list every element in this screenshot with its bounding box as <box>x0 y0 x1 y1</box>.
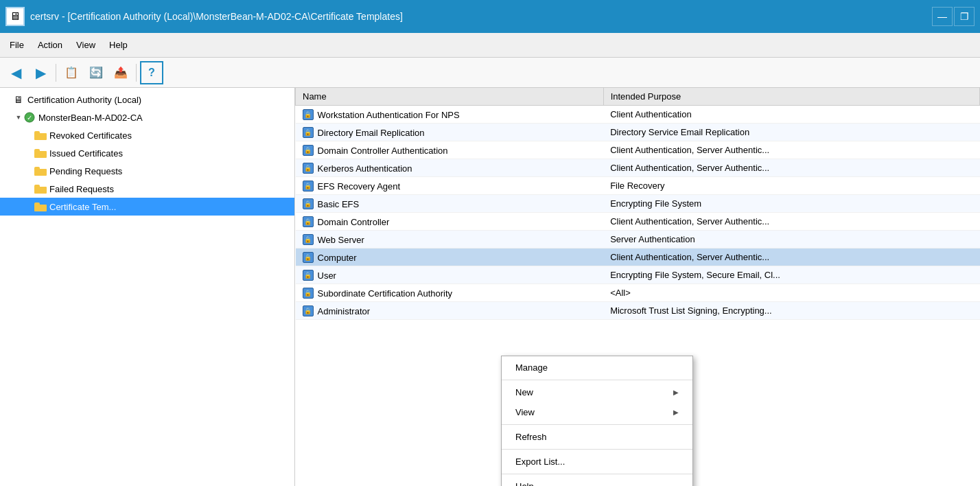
tree-item-cert-templates[interactable]: Certificate Tem... <box>0 198 294 216</box>
help-button[interactable]: ? <box>140 61 163 84</box>
menu-action[interactable]: Action <box>31 37 69 53</box>
cell-purpose: Client Authentication <box>603 106 979 124</box>
maximize-button[interactable]: ❐ <box>954 7 975 26</box>
cert-name-cell: 🔒Administrator <box>303 305 371 316</box>
tree-cert-templates-label: Certificate Tem... <box>49 202 116 212</box>
cell-purpose: Encrypting File System, Secure Email, Cl… <box>603 266 979 284</box>
cert-icon-img: 🔒 <box>303 145 314 156</box>
context-menu-sep-3 <box>502 449 692 450</box>
cert-icon-img: 🔒 <box>303 109 314 120</box>
cell-name: 🔒Subordinate Certification Authority <box>296 284 604 302</box>
cert-name-cell: 🔒Workstation Authentication For NPS <box>303 109 460 120</box>
tree-item-pending[interactable]: Pending Requests <box>0 162 294 180</box>
minimize-button[interactable]: — <box>932 7 953 26</box>
menu-bar: File Action View Help <box>0 33 980 58</box>
context-menu-export-label: Export List... <box>515 456 565 467</box>
context-menu-manage[interactable]: Manage <box>502 358 692 378</box>
toolbar-separator-2 <box>136 64 137 82</box>
tree-item-revoked[interactable]: Revoked Certificates <box>0 126 294 144</box>
cert-icon-img: 🔒 <box>303 181 314 192</box>
context-menu-export[interactable]: Export List... <box>502 452 692 472</box>
cell-purpose: Server Authentication <box>603 231 979 248</box>
main-area: 🖥 Certification Authority (Local) ▼ ✓ Mo… <box>0 88 980 486</box>
cell-name: 🔒Domain Controller <box>296 213 604 231</box>
context-menu-help[interactable]: Help <box>502 476 692 486</box>
context-menu: Manage New ▶ View ▶ Refresh Export List.… <box>501 356 693 486</box>
menu-view[interactable]: View <box>69 37 102 53</box>
computer-icon: 🖥 <box>12 93 25 106</box>
context-menu-new[interactable]: New ▶ <box>502 382 692 402</box>
forward-button[interactable]: ▶ <box>29 61 52 84</box>
table-row[interactable]: 🔒Directory Email ReplicationDirectory Se… <box>296 124 980 141</box>
table-row[interactable]: 🔒Domain ControllerClient Authentication,… <box>296 213 980 231</box>
folder-icon-cert-templates <box>34 200 47 213</box>
cert-icon-img: 🔒 <box>303 252 314 263</box>
table-row[interactable]: 🔒EFS Recovery AgentFile Recovery <box>296 177 980 195</box>
cert-name-cell: 🔒EFS Recovery Agent <box>303 181 401 192</box>
cert-name-cell: 🔒Domain Controller <box>303 216 390 227</box>
cell-name: 🔒Administrator <box>296 302 604 320</box>
table-row[interactable]: 🔒Subordinate Certification Authority<All… <box>296 284 980 302</box>
table-row[interactable]: 🔒Workstation Authentication For NPSClien… <box>296 106 980 124</box>
col-name[interactable]: Name <box>296 88 604 106</box>
export-button[interactable]: 📤 <box>109 61 132 84</box>
cell-purpose: Client Authentication, Server Authentic.… <box>603 213 979 231</box>
context-menu-view-label: View <box>515 407 535 417</box>
toolbar: ◀ ▶ 📋 🔄 📤 ? <box>0 58 980 88</box>
table-row[interactable]: 🔒Web ServerServer Authentication <box>296 231 980 248</box>
expand-arrow-ca: ▼ <box>14 113 23 122</box>
properties-button[interactable]: 📋 <box>60 61 83 84</box>
cert-icon-img: 🔒 <box>303 216 314 227</box>
table-row[interactable]: 🔒Kerberos AuthenticationClient Authentic… <box>296 159 980 177</box>
server-icon: ✓ <box>23 111 36 124</box>
tree-item-failed[interactable]: Failed Requests <box>0 180 294 198</box>
menu-help[interactable]: Help <box>102 37 135 53</box>
tree-root-label: Certification Authority (Local) <box>27 95 141 105</box>
tree-item-root[interactable]: 🖥 Certification Authority (Local) <box>0 91 294 108</box>
refresh-button[interactable]: 🔄 <box>84 61 108 84</box>
content-table: Name Intended Purpose 🔒Workstation Authe… <box>295 88 980 320</box>
context-menu-view[interactable]: View ▶ <box>502 402 692 422</box>
table-row[interactable]: 🔒ComputerClient Authentication, Server A… <box>296 248 980 266</box>
context-menu-help-label: Help <box>515 481 534 486</box>
cell-name: 🔒Workstation Authentication For NPS <box>296 106 604 124</box>
toolbar-separator-1 <box>56 64 56 82</box>
table-row[interactable]: 🔒Domain Controller AuthenticationClient … <box>296 141 980 159</box>
cert-name-cell: 🔒Directory Email Replication <box>303 127 425 138</box>
cert-icon-img: 🔒 <box>303 198 314 209</box>
folder-icon-issued <box>34 147 47 159</box>
tree-revoked-label: Revoked Certificates <box>49 130 132 141</box>
cert-icon-img: 🔒 <box>303 234 314 245</box>
table-row[interactable]: 🔒UserEncrypting File System, Secure Emai… <box>296 266 980 284</box>
cell-purpose: File Recovery <box>603 177 979 195</box>
cert-icon-img: 🔒 <box>303 270 314 281</box>
cell-name: 🔒Domain Controller Authentication <box>296 141 604 159</box>
svg-text:✓: ✓ <box>27 114 32 121</box>
cell-name: 🔒Basic EFS <box>296 195 604 213</box>
cell-purpose: Client Authentication, Server Authentic.… <box>603 159 979 177</box>
context-menu-sep-1 <box>502 380 692 380</box>
tree-item-ca[interactable]: ▼ ✓ MonsterBean-M-AD02-CA <box>0 108 294 126</box>
context-menu-manage-label: Manage <box>515 362 548 373</box>
context-menu-new-label: New <box>515 387 533 397</box>
cert-icon-img: 🔒 <box>303 288 314 299</box>
back-button[interactable]: ◀ <box>4 61 27 84</box>
context-menu-refresh-label: Refresh <box>515 432 547 442</box>
table-row[interactable]: 🔒AdministratorMicrosoft Trust List Signi… <box>296 302 980 320</box>
menu-file[interactable]: File <box>3 37 31 53</box>
tree-item-issued[interactable]: Issued Certificates <box>0 144 294 162</box>
col-purpose[interactable]: Intended Purpose <box>603 88 979 106</box>
window-title: certsrv - [Certification Authority (Loca… <box>30 11 926 22</box>
tree-pending-label: Pending Requests <box>49 166 122 176</box>
cell-name: 🔒EFS Recovery Agent <box>296 177 604 195</box>
tree-issued-label: Issued Certificates <box>49 148 123 159</box>
cert-name-cell: 🔒Computer <box>303 252 357 263</box>
folder-icon-failed <box>34 183 47 195</box>
cert-name-cell: 🔒Web Server <box>303 234 364 245</box>
tree-failed-label: Failed Requests <box>49 184 114 194</box>
context-menu-refresh[interactable]: Refresh <box>502 427 692 447</box>
table-row[interactable]: 🔒Basic EFSEncrypting File System <box>296 195 980 213</box>
cert-icon-img: 🔒 <box>303 163 314 174</box>
context-menu-sep-2 <box>502 424 692 425</box>
context-menu-new-arrow: ▶ <box>673 389 679 396</box>
